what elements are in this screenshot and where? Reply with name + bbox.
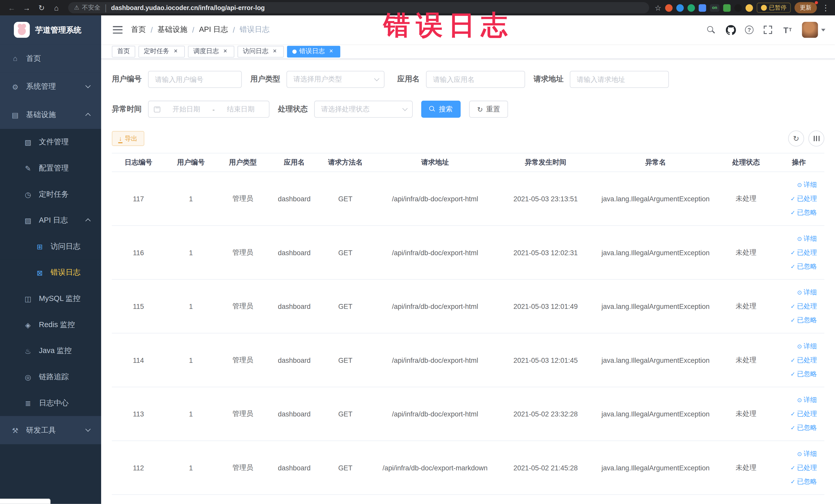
chevron-icon <box>85 427 90 431</box>
user-avatar[interactable] <box>802 22 825 38</box>
bookmark-star-icon[interactable]: ☆ <box>655 3 661 12</box>
menu-item-label: 访问日志 <box>50 242 80 251</box>
mark-ignored-link[interactable]: ✓已忽略 <box>790 421 817 435</box>
chevron-icon <box>85 219 90 224</box>
close-icon[interactable]: × <box>271 48 279 55</box>
fullscreen-icon[interactable] <box>762 24 773 35</box>
user-id-cell: 1 <box>165 334 217 387</box>
table-row: 113 1 管理员 dashboard GET /api/infra/db-do… <box>112 387 824 441</box>
search-button[interactable]: 搜索 <box>421 101 461 118</box>
mark-ignored-link[interactable]: ✓已忽略 <box>790 206 817 219</box>
detail-link[interactable]: ⊙详细 <box>797 232 817 245</box>
update-button[interactable]: 更新 <box>794 2 817 13</box>
user-type-cell: 管理员 <box>217 441 269 494</box>
mark-ignored-link[interactable]: ✓已忽略 <box>790 260 817 273</box>
hamburger-icon[interactable] <box>113 26 122 34</box>
sidebar-menu-item[interactable]: ◷ 定时任务 <box>0 181 101 207</box>
view-tab[interactable]: 调度日志 × <box>188 45 234 57</box>
breadcrumb-link[interactable]: 首页 <box>131 25 146 35</box>
close-icon[interactable]: × <box>172 48 179 55</box>
check-icon: ✓ <box>790 353 795 367</box>
date-range-picker[interactable]: 开始日期 - 结束日期 <box>148 101 269 118</box>
security-label[interactable]: 不安全 <box>82 4 100 12</box>
sidebar-menu-item[interactable]: ▧ 文件管理 <box>0 129 101 155</box>
user-id-cell: 1 <box>165 441 217 494</box>
process-status-select[interactable]: 请选择处理状态 <box>314 101 413 118</box>
view-tab[interactable]: 错误日志 × <box>287 45 340 57</box>
detail-link[interactable]: ⊙详细 <box>797 178 817 191</box>
extension-on-badge[interactable]: on <box>710 4 719 12</box>
log-id-cell: 113 <box>112 387 165 440</box>
mark-processed-link[interactable]: ✓已处理 <box>790 192 817 205</box>
extension-icon[interactable] <box>734 4 742 12</box>
user-id-input[interactable] <box>148 71 242 88</box>
extension-icon[interactable] <box>699 4 706 12</box>
address-bar[interactable]: ⚠ 不安全 | dashboard.yudao.iocoder.cn/infra… <box>68 2 649 13</box>
request-url-input[interactable] <box>570 71 669 88</box>
detail-link[interactable]: ⊙详细 <box>797 286 817 299</box>
paused-badge[interactable]: 已暂停 <box>757 3 791 13</box>
sidebar-menu-item[interactable]: ◫ MySQL 监控 <box>0 285 101 312</box>
exception-time-label: 异常时间 <box>112 104 148 114</box>
mark-processed-link[interactable]: ✓已处理 <box>790 246 817 259</box>
view-tab[interactable]: 定时任务 × <box>138 45 185 57</box>
sidebar-menu-item[interactable]: ⚒ 研发工具 <box>0 416 101 444</box>
sidebar-menu-item[interactable]: ▤ 基础设施 <box>0 101 101 129</box>
extension-icon[interactable] <box>665 4 673 12</box>
detail-link[interactable]: ⊙详细 <box>797 447 817 461</box>
detail-link[interactable]: ⊙详细 <box>797 394 817 407</box>
sidebar-menu-item[interactable]: ♨ Java 监控 <box>0 338 101 364</box>
extension-icon[interactable] <box>687 4 695 12</box>
close-icon[interactable]: × <box>222 48 229 55</box>
app-name-label: 应用名 <box>398 75 426 84</box>
reset-button[interactable]: ↻ 重置 <box>469 101 508 118</box>
extension-icon[interactable] <box>676 4 684 12</box>
sidebar-menu-item[interactable]: ◎ 链路追踪 <box>0 364 101 390</box>
page-content: 用户编号 用户类型 请选择用户类型 应用名 <box>101 59 835 504</box>
mark-processed-link[interactable]: ✓已处理 <box>790 407 817 421</box>
extension-icon[interactable] <box>746 4 753 12</box>
close-icon[interactable]: × <box>328 48 335 55</box>
sidebar-menu-item[interactable]: ✎ 配置管理 <box>0 155 101 181</box>
mark-ignored-link[interactable]: ✓已忽略 <box>790 314 817 327</box>
breadcrumb-link[interactable]: API 日志 <box>199 25 228 35</box>
exception-time-cell: 2021-05-02 23:32:28 <box>499 387 592 440</box>
breadcrumb-link[interactable]: 基础设施 <box>158 25 187 35</box>
view-tab[interactable]: 访问日志 × <box>238 45 284 57</box>
reload-icon[interactable]: ↻ <box>35 1 48 14</box>
mark-ignored-link[interactable]: ✓已忽略 <box>790 475 817 488</box>
sidebar-menu-item[interactable]: ≣ 日志中心 <box>0 390 101 416</box>
exception-time-cell: 2021-05-03 12:01:49 <box>499 280 592 333</box>
sidebar-menu-item[interactable]: ⊞ 访问日志 <box>0 234 101 260</box>
sidebar-menu-item[interactable]: ▨ API 日志 <box>0 207 101 234</box>
column-settings-button[interactable] <box>808 130 824 146</box>
app-logo[interactable]: 芋道管理系统 <box>0 15 101 44</box>
refresh-list-button[interactable]: ↻ <box>788 130 804 146</box>
eye-icon: ⊙ <box>797 340 802 353</box>
sidebar-menu-item[interactable]: ⚙ 系统管理 <box>0 73 101 101</box>
menu-kebab-icon[interactable]: ⋮ <box>822 3 830 12</box>
mark-processed-link[interactable]: ✓已处理 <box>790 353 817 367</box>
github-icon[interactable] <box>726 24 736 35</box>
search-icon[interactable] <box>706 24 716 35</box>
help-icon[interactable]: ? <box>745 26 753 34</box>
url-text[interactable]: dashboard.yudao.iocoder.cn/infra/log/api… <box>111 4 265 12</box>
sidebar-menu-item[interactable]: ◈ Redis 监控 <box>0 312 101 338</box>
font-size-icon[interactable]: TT <box>782 24 793 35</box>
user-type-select[interactable]: 请选择用户类型 <box>286 71 385 88</box>
app-name-input[interactable] <box>426 71 525 88</box>
mark-ignored-link[interactable]: ✓已忽略 <box>790 367 817 381</box>
home-icon[interactable]: ⌂ <box>50 1 63 14</box>
table-header: 日志编号 用户编号 用户类型 应用名 请求方法名 请求地址 异常发生时间 <box>112 153 824 172</box>
mark-processed-link[interactable]: ✓已处理 <box>790 461 817 475</box>
sidebar-menu-item[interactable]: ⌂ 首页 <box>0 44 101 73</box>
export-button[interactable]: ↓ 导出 <box>112 131 144 146</box>
extension-icon[interactable] <box>723 4 731 12</box>
detail-link[interactable]: ⊙详细 <box>797 340 817 353</box>
breadcrumb-link[interactable]: 错误日志 <box>240 25 269 35</box>
sidebar-menu-item[interactable]: ⊠ 错误日志 <box>0 259 101 285</box>
view-tab[interactable]: 首页 <box>112 45 135 57</box>
back-icon[interactable]: ← <box>5 1 18 14</box>
mark-processed-link[interactable]: ✓已处理 <box>790 300 817 313</box>
forward-icon[interactable]: → <box>20 1 33 14</box>
